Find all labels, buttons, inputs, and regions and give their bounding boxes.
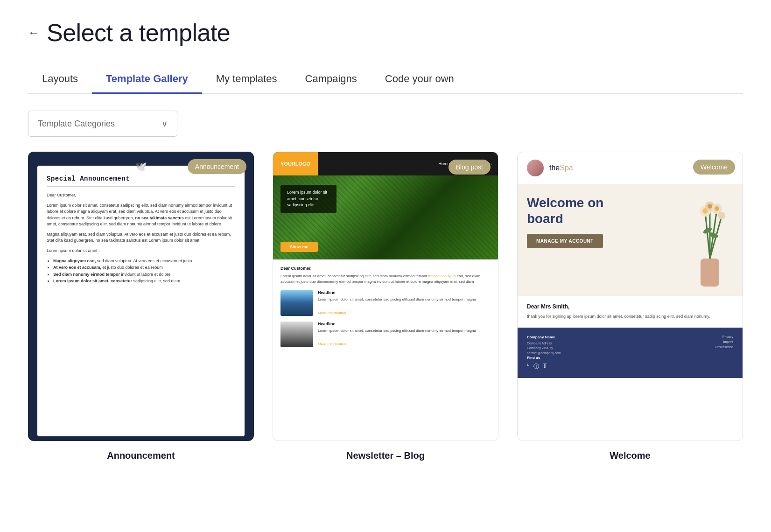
welcome-label: Welcome [610, 450, 650, 461]
welcome-dear: Dear Mrs Smith, [527, 303, 733, 310]
welcome-body: Dear Mrs Smith, thank you for signing up… [518, 296, 743, 328]
article-1-text: Lorem ipsum dolor sit amet, consetetur s… [318, 297, 476, 302]
tab-my-templates[interactable]: My templates [202, 65, 291, 94]
footer-col-right: Privacy Imprint Unsubscribe [632, 335, 733, 371]
blog-greeting: Dear Customer, [280, 266, 491, 271]
blog-label: Newsletter – Blog [346, 450, 425, 461]
tabs-container: Layouts Template Gallery My templates Ca… [28, 65, 743, 94]
tab-template-gallery[interactable]: Template Gallery [92, 65, 202, 94]
footer-imprint-link[interactable]: Imprint [632, 340, 733, 343]
blog-article-2: Headline Lorem ipsum dolor sit amet, con… [280, 322, 491, 347]
announcement-bullets: Magna aliquyam erat, sed diam voluptua. … [47, 258, 235, 285]
svg-point-8 [708, 204, 712, 209]
blog-article-1: Headline Lorem ipsum dolor sit amet, con… [280, 290, 491, 316]
cards-grid: 🕊️ Announcement Special Announcement Dea… [28, 152, 743, 461]
bullet-2: At vero eos et accusam, et justo duo dol… [53, 264, 235, 271]
announcement-title: Special Announcement [47, 175, 235, 187]
social-icons: ᵁ Ⓘ 𝕋 [527, 363, 628, 371]
svg-point-10 [715, 206, 719, 211]
manage-account-button[interactable]: MANAGE MY ACCOUNT [527, 234, 603, 248]
article-2-more-link[interactable]: More Information [318, 342, 346, 346]
flowers-illustration [673, 184, 743, 287]
announcement-para3: Lorem ipsum dolor sit amet : [47, 248, 235, 254]
dropdown-label: Template Categories [38, 119, 115, 129]
card-wrapper-blog: Blog post YOURLOGO Home Shop Contact Us … [273, 152, 498, 461]
welcome-body-text: thank you for signing up lorem ipsum dol… [527, 314, 733, 320]
bullet-4: Lorem ipsum dolor sit amet, consetetur s… [53, 278, 235, 284]
blog-show-button[interactable]: Show me [280, 242, 318, 252]
runway-image [280, 322, 313, 347]
page-title: Select a template [47, 19, 230, 47]
blog-body-text: Lorem ipsum dolor sit amet, consetetur s… [280, 273, 491, 285]
tab-campaigns[interactable]: Campaigns [291, 65, 371, 94]
footer-privacy-link[interactable]: Privacy [632, 335, 733, 338]
announcement-para2: Magna aliquyam erat, sed diam voluptua. … [47, 231, 235, 244]
card-announcement[interactable]: 🕊️ Announcement Special Announcement Dea… [28, 152, 254, 441]
bullet-1: Magna aliquyam erat, sed diam voluptua. … [53, 258, 235, 264]
welcome-badge: Welcome [693, 160, 735, 175]
blog-logo: YOURLOGO [273, 152, 318, 175]
footer-col-left: Company Name Company Adress Company Zip/… [527, 335, 628, 371]
twitter-icon: 𝕋 [543, 363, 547, 371]
chevron-down-icon: ∨ [161, 119, 168, 129]
tab-layouts[interactable]: Layouts [28, 65, 92, 94]
article-1-headline: Headline [318, 290, 476, 295]
article-1-more-link[interactable]: More Information [318, 311, 346, 315]
welcome-hero-heading: Welcome on board [527, 195, 640, 226]
blog-article-1-content: Headline Lorem ipsum dolor sit amet, con… [318, 290, 476, 316]
header: ← Select a template [28, 19, 743, 47]
footer-company-name: Company Name [527, 335, 628, 339]
card-welcome[interactable]: Welcome theSpa Welcome on board MANAGE M… [517, 152, 743, 441]
brand-text-spa: Spa [560, 164, 573, 172]
announcement-greeting: Dear Customer, [47, 192, 235, 199]
bird-icon: 🕊️ [135, 161, 147, 172]
svg-rect-0 [701, 259, 719, 287]
instagram-icon: Ⓘ [533, 363, 539, 371]
page-container: ← Select a template Layouts Template Gal… [0, 0, 771, 494]
article-2-headline: Headline [318, 322, 476, 326]
announcement-badge: Announcement [188, 159, 246, 174]
welcome-brand: theSpa [549, 164, 573, 172]
card-blog[interactable]: Blog post YOURLOGO Home Shop Contact Us … [273, 152, 498, 441]
article-2-text: Lorem ipsum dolor sit amet, consetetur s… [318, 328, 476, 333]
back-button[interactable]: ← [28, 26, 39, 39]
footer-unsubscribe-link[interactable]: Unsubscribe [632, 345, 733, 349]
blog-article-2-content: Headline Lorem ipsum dolor sit amet, con… [318, 322, 476, 347]
footer-company-email: contact@company.com [527, 351, 628, 356]
announcement-para1: Lorem ipsum dolor sit amet, consetetur s… [47, 203, 235, 228]
card-wrapper-announcement: 🕊️ Announcement Special Announcement Dea… [28, 152, 254, 461]
blog-badge: Blog post [449, 160, 491, 175]
card-wrapper-welcome: Welcome theSpa Welcome on board MANAGE M… [517, 152, 743, 461]
brand-text-start: the [549, 164, 560, 172]
footer-company-city: Company Zip/City [527, 346, 628, 351]
announcement-label: Announcement [107, 450, 175, 461]
welcome-hero: Welcome on board MANAGE MY ACCOUNT [518, 184, 743, 296]
footer-company-address: Company Adress [527, 341, 628, 346]
welcome-logo-circle [527, 160, 544, 176]
nav-home: Home [438, 161, 449, 166]
announcement-card-inner: Special Announcement Dear Customer, Lore… [37, 166, 245, 436]
bullet-3: Sed diam nonumy eirmod tempor invidunt u… [53, 271, 235, 278]
blog-body: Dear Customer, Lorem ipsum dolor sit ame… [273, 259, 498, 359]
blog-hero: Lorem ipsum dolor sit amet, consetetur s… [273, 175, 498, 259]
mountains-image [280, 290, 313, 316]
facebook-icon: ᵁ [527, 363, 530, 371]
footer-find-us: Find us [527, 356, 628, 360]
svg-point-11 [718, 212, 725, 219]
welcome-footer: Company Name Company Adress Company Zip/… [518, 328, 743, 378]
dropdown-container: Template Categories ∨ [28, 111, 743, 137]
template-categories-dropdown[interactable]: Template Categories ∨ [28, 111, 177, 137]
tab-code-your-own[interactable]: Code your own [371, 65, 468, 94]
blog-hero-text: Lorem ipsum dolor sit amet, consetetur s… [280, 185, 336, 213]
